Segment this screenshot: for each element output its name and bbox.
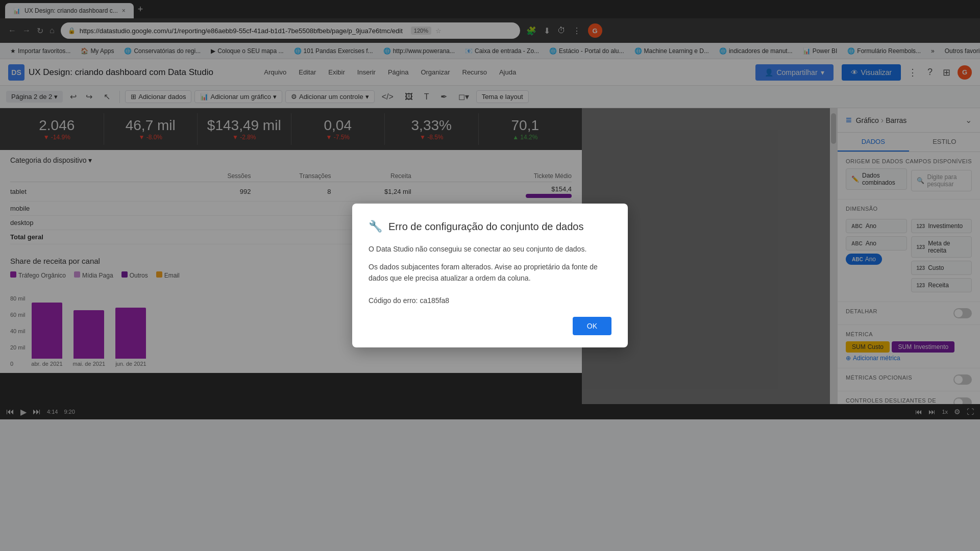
modal-title: Erro de configuração do conjunto de dado… (388, 221, 584, 233)
modal-body-line2: Os dados subjacentes foram alterados. Av… (369, 261, 611, 284)
error-code: Código do erro: ca185fa8 (369, 296, 611, 305)
ok-button[interactable]: OK (573, 317, 611, 335)
modal-overlay[interactable]: 🔧 Erro de configuração do conjunto de da… (0, 0, 980, 551)
modal-footer: OK (369, 317, 611, 335)
modal-header: 🔧 Erro de configuração do conjunto de da… (369, 220, 611, 233)
modal-body-line1: O Data Studio não conseguiu se conectar … (369, 243, 611, 255)
modal-wrench-icon: 🔧 (369, 220, 382, 233)
error-modal: 🔧 Erro de configuração do conjunto de da… (352, 204, 628, 347)
